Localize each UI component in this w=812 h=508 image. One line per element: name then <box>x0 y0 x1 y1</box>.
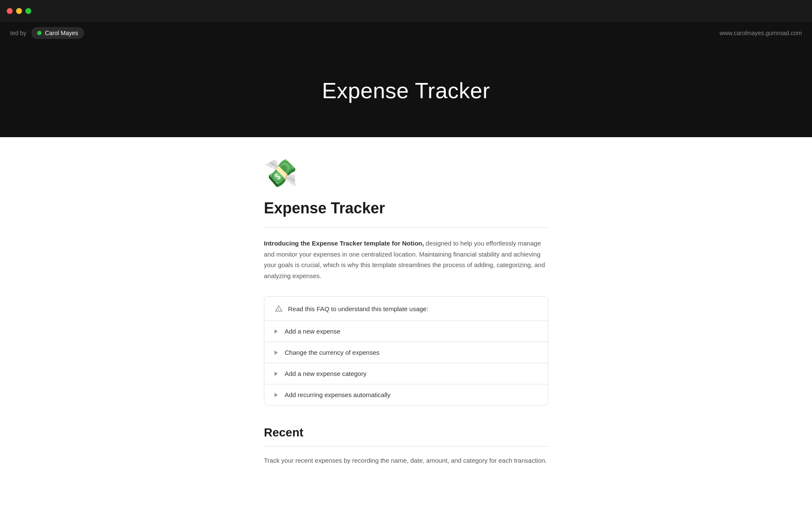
page-title: Expense Tracker <box>264 199 548 217</box>
faq-item-4[interactable]: Add recurring expenses automatically <box>264 384 548 405</box>
faq-item-label-3: Add a new expense category <box>285 370 366 377</box>
faq-item-1[interactable]: Add a new expense <box>264 321 548 342</box>
minimize-button[interactable] <box>16 8 22 14</box>
faq-item-label-1: Add a new expense <box>285 328 340 335</box>
main-content: 💸 Expense Tracker Introducing the Expens… <box>254 137 558 500</box>
top-nav: ted by Carol Mayes www.carolmayes.gumroa… <box>0 22 812 44</box>
faq-item-3[interactable]: Add a new expense category <box>264 363 548 384</box>
faq-box: ! Read this FAQ to understand this templ… <box>264 296 548 406</box>
credited-by-label: ted by <box>10 30 26 36</box>
recent-divider <box>264 446 548 447</box>
recent-section-title: Recent <box>264 426 548 439</box>
faq-toggle-icon-1 <box>274 329 280 334</box>
intro-bold: Introducing the Expense Tracker template… <box>264 240 424 247</box>
author-name: Carol Mayes <box>45 30 78 36</box>
maximize-button[interactable] <box>25 8 31 14</box>
faq-header: ! Read this FAQ to understand this templ… <box>264 297 548 321</box>
warning-icon: ! <box>274 304 283 313</box>
faq-item-label-4: Add recurring expenses automatically <box>285 391 390 398</box>
page-icon: 💸 <box>264 157 548 189</box>
faq-toggle-icon-4 <box>274 393 280 397</box>
faq-toggle-icon-2 <box>274 351 280 355</box>
nav-website[interactable]: www.carolmayes.gumroad.com <box>719 30 802 36</box>
faq-toggle-icon-3 <box>274 372 280 376</box>
nav-left: ted by Carol Mayes <box>10 27 84 39</box>
hero-title: Expense Tracker <box>322 78 490 103</box>
faq-header-text: Read this FAQ to understand this templat… <box>288 305 428 312</box>
author-badge[interactable]: Carol Mayes <box>31 27 84 39</box>
close-button[interactable] <box>7 8 13 14</box>
recent-description: Track your recent expenses by recording … <box>264 455 548 466</box>
author-status-dot <box>37 31 41 35</box>
intro-paragraph: Introducing the Expense Tracker template… <box>264 238 548 281</box>
window-chrome <box>0 0 812 22</box>
svg-text:!: ! <box>278 308 279 311</box>
traffic-lights <box>7 8 31 14</box>
faq-item-2[interactable]: Change the currency of expenses <box>264 342 548 363</box>
title-divider <box>264 227 548 228</box>
faq-item-label-2: Change the currency of expenses <box>285 349 379 356</box>
hero-section: Expense Tracker <box>0 44 812 137</box>
